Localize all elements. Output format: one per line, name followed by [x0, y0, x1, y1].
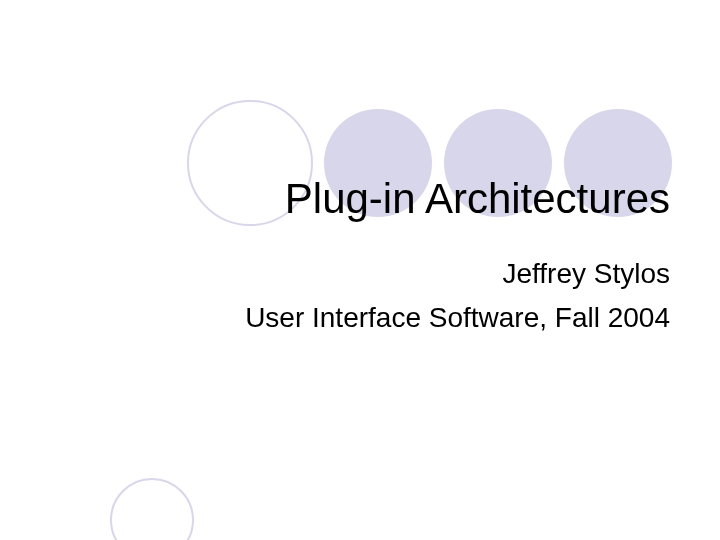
decorative-circle-outline-bottom	[110, 478, 194, 540]
slide-title: Plug-in Architectures	[110, 175, 670, 223]
slide-course: User Interface Software, Fall 2004	[110, 302, 670, 334]
slide-author: Jeffrey Stylos	[110, 258, 670, 290]
presentation-slide: Plug-in Architectures Jeffrey Stylos Use…	[0, 0, 720, 540]
